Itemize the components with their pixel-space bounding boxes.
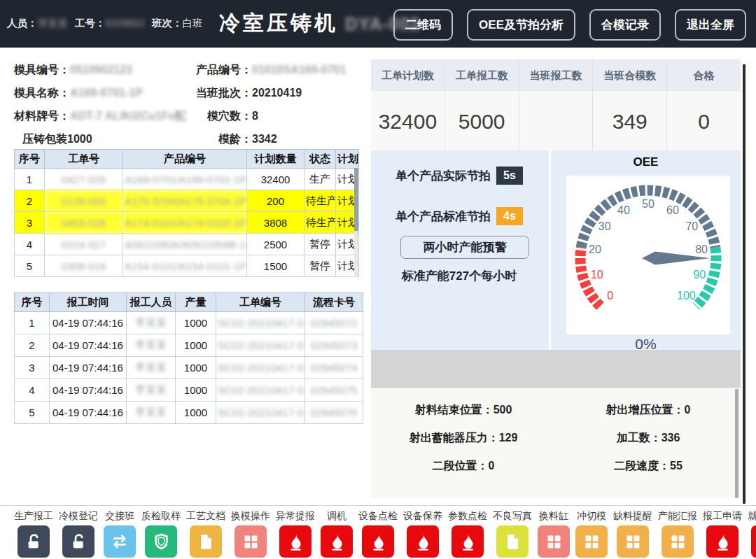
exit-fullscreen-button[interactable]: 退出全屏 [675,9,746,41]
tool-meal-attendance[interactable]: 就餐考勤 [748,510,756,558]
flame-icon [362,525,394,558]
tool-cold-mold-register[interactable]: 冷模登记 [59,510,98,558]
col-order-no: 工单编号 [216,293,305,312]
table-row[interactable]: 204-19 07:44:16李某某1000SC02-20210417-0260… [15,334,363,357]
table-row[interactable]: 104-19 07:44:16李某某1000SC02-20210417-0260… [15,312,363,334]
mold-age-field: 模龄：3342 [189,132,361,147]
tool-mold-change[interactable]: 换模操作 [231,510,270,558]
gauge-tick-60: 60 [666,204,679,216]
top-header: 人员：李某某 工号：6209602 班次：白班 冷室压铸机DYA-002 二维码… [0,0,756,48]
param-stage2-position: 二段位置：0 [371,459,556,474]
mold-info-panel: 模具编号：0510902123 产品编号：01010SA169-0701 模具名… [14,59,361,151]
batch-field: 当班批次：20210419 [189,86,361,101]
capacity-warning-button[interactable]: 两小时产能预警 [400,236,529,259]
oee-analysis-button[interactable]: OEE及节拍分析 [467,9,575,41]
shift-stats-table: 工单计划数32400 工单报工数5000 当班报工数 当班合模数349 合格0 [371,59,741,150]
tool-equipment-maintenance[interactable]: 设备保养 [403,510,442,558]
oee-title: OEE [551,155,741,169]
gauge-tick-100: 100 [677,290,696,302]
grid-icon [234,525,267,558]
tool-equipment-check[interactable]: 设备点检 [358,510,398,558]
col-report-person: 报工人员 [127,293,176,312]
tool-punching-mold[interactable]: 冲切模 [575,510,608,558]
grid-icon [617,525,649,558]
tool-machine-adjust[interactable]: 调机 [321,510,353,558]
tool-shift-handover[interactable]: 交接班 [104,510,136,558]
qr-code-button[interactable]: 二维码 [393,9,453,41]
scrollbar-thumb[interactable] [354,168,358,231]
param-process-count: 加工数：336 [556,431,741,446]
tool-quality-sampling[interactable]: 质检取样 [141,510,181,558]
personnel-value: 李某某 [38,17,69,29]
mold-name-field: 模具名称：A169-0701-1P [14,86,189,101]
machine-type-title: 冷室压铸机 [219,11,338,34]
table-row[interactable]: 304-19 07:44:16李某某1000SC02-20210417-0260… [15,357,363,379]
param-accumulator-pressure: 射出蓄能器压力：129 [371,431,556,446]
package-label: 压铸包装1000 [22,133,92,145]
mold-no-value: 0510902123 [70,64,132,76]
table-row[interactable]: 404-19 07:44:16李某某1000SC02-20210417-0260… [15,379,363,402]
tool-parameter-check[interactable]: 参数点检 [448,510,487,558]
work-report-table: 序号 报工时间 报工人员 产量 工单编号 流程卡号 104-19 07:44:1… [14,292,363,424]
tool-work-report-apply[interactable]: 报工申请 [703,510,742,558]
takt-and-oee-section: 单个产品实际节拍 5s 单个产品标准节拍 4s 两小时产能预警 标准产能727个… [371,150,741,350]
table-row[interactable]: 10427-026A169-0701/A169-0701-1P32400生产计划 [15,169,359,190]
mold-name-label: 模具名称： [14,87,70,99]
swap-arrows-icon [104,525,136,558]
gauge-svg: 0 10 20 30 40 50 60 70 80 90 100 [566,176,730,334]
header-buttons: 二维码 OEE及节拍分析 合模记录 退出全屏 [393,9,746,41]
tool-material-cylinder-change[interactable]: 换料缸 [538,510,570,558]
machine-parameters-panel: 射料结束位置：500 射出增压位置：0 射出蓄能器压力：129 加工数：336 … [371,387,741,498]
flame-icon [407,525,439,558]
unlock-icon [18,525,50,558]
material-value: ADT-7 AL9U2Cu1Fe配 [70,110,186,122]
grid-icon [575,525,608,558]
product-no-label: 产品编号： [196,64,252,76]
table-row[interactable]: 504-19 07:44:16李某某1000SC02-20210417-0260… [15,402,363,424]
col-product-no: 产品编号 [123,150,247,169]
params-scrollbar[interactable] [735,389,738,498]
product-no-value: 01010SA169-0701 [252,64,346,76]
document-icon [190,525,222,558]
takt-panel: 单个产品实际节拍 5s 单个产品标准节拍 4s 两小时产能预警 标准产能727个… [371,150,547,350]
operator-info: 人员：李某某 工号：6209602 班次：白班 [7,17,203,30]
mold-record-button[interactable]: 合模记录 [589,9,661,41]
standard-takt-value: 4s [496,207,523,225]
standard-capacity-text: 标准产能727个每小时 [371,268,547,284]
plan-table-header-row: 序号 工单号 产品编号 计划数量 状态 计划 [15,150,359,169]
report-table-header-row: 序号 报工时间 报工人员 产量 工单编号 流程卡号 [15,293,363,312]
flame-icon [706,525,738,558]
grid-icon [751,525,756,558]
tool-exception-report[interactable]: 异常提报 [276,510,315,558]
mold-age-value: 3342 [252,133,277,145]
stat-order-reported: 工单报工数5000 [445,59,519,150]
tool-production-report[interactable]: 生产报工 [14,510,53,558]
employee-value: 6209602 [106,17,145,29]
col-report-time: 报工时间 [50,293,127,312]
tool-capacity-report[interactable]: 产能汇报 [658,510,697,558]
plan-table-scrollbar[interactable] [354,168,358,277]
tool-defect-photo[interactable]: 不良写真 [493,510,532,558]
gauge-tick-30: 30 [598,220,611,232]
actual-takt-value: 5s [496,167,523,185]
table-row[interactable]: 50308-019A154-0101/A154-0101-1P1500暂停计划 [15,255,359,277]
gauge-tick-40: 40 [617,204,630,216]
employee-label: 工号： [75,17,106,29]
gauge-tick-0: 0 [607,290,613,302]
bottom-toolbar: 生产报工 冷模登记 交接班 质检取样 工艺文档 换模操作 异常提报 调机 [0,505,756,559]
table-row[interactable]: 40224-027A0911090A/A0911059B-1P2500暂停计划 [15,234,359,255]
shift-label: 班次： [152,17,183,29]
section-divider-band [371,350,741,387]
mold-no-label: 模具编号： [14,64,70,76]
col-plan: 计划 [336,150,359,169]
table-row-highlighted[interactable]: 20128-009A175-3704/A175-3704-1P200待生产计划 [15,190,359,212]
table-row-highlighted[interactable]: 30403-028A174-0101/A174-0102-1P3808待生产计划 [15,212,359,234]
cavity-field: 模穴数：8 [189,109,361,124]
tool-process-document[interactable]: 工艺文档 [186,510,225,558]
col-work-order: 工单号 [45,150,123,169]
shield-icon [145,525,177,558]
stat-shift-reported: 当班报工数 [519,59,594,150]
page-scrollbar[interactable] [743,64,746,504]
tool-material-shortage-alert[interactable]: 缺料提醒 [613,510,652,558]
actual-takt-label: 单个产品实际节拍 [396,168,491,184]
